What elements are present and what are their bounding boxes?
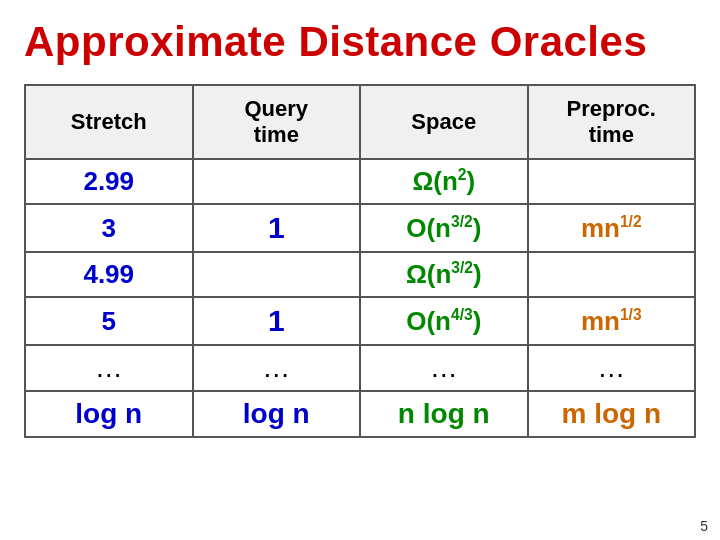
table-row: 4.99 Ω(n3/2) xyxy=(25,252,695,297)
header-row: Stretch Query time Space Preproc. time xyxy=(25,85,695,159)
cell-stretch-1: 2.99 xyxy=(25,159,193,204)
cell-preproc-1 xyxy=(528,159,696,204)
dots-stretch: … xyxy=(25,345,193,391)
dots-space: … xyxy=(360,345,528,391)
cell-preproc-3 xyxy=(528,252,696,297)
header-stretch: Stretch xyxy=(25,85,193,159)
cell-space-3: Ω(n3/2) xyxy=(360,252,528,297)
cell-stretch-4: 5 xyxy=(25,297,193,345)
cell-space-1: Ω(n2) xyxy=(360,159,528,204)
cell-stretch-2: 3 xyxy=(25,204,193,252)
cell-qtime-2: 1 xyxy=(193,204,361,252)
table-row: 5 1 O(n4/3) mn1/3 xyxy=(25,297,695,345)
cell-preproc-4: mn1/3 xyxy=(528,297,696,345)
header-space: Space xyxy=(360,85,528,159)
cell-qtime-1 xyxy=(193,159,361,204)
logn-row: log n log n n log n m log n xyxy=(25,391,695,437)
logn-stretch: log n xyxy=(25,391,193,437)
logn-space: n log n xyxy=(360,391,528,437)
cell-qtime-3 xyxy=(193,252,361,297)
header-preproc: Preproc. time xyxy=(528,85,696,159)
table-row: 3 1 O(n3/2) mn1/2 xyxy=(25,204,695,252)
cell-preproc-2: mn1/2 xyxy=(528,204,696,252)
logn-preproc: m log n xyxy=(528,391,696,437)
dots-qtime: … xyxy=(193,345,361,391)
cell-space-2: O(n3/2) xyxy=(360,204,528,252)
cell-space-4: O(n4/3) xyxy=(360,297,528,345)
main-table: Stretch Query time Space Preproc. time 2… xyxy=(24,84,696,438)
cell-qtime-4: 1 xyxy=(193,297,361,345)
header-querytime: Query time xyxy=(193,85,361,159)
dots-row: … … … … xyxy=(25,345,695,391)
page-number: 5 xyxy=(700,518,708,534)
page-title: Approximate Distance Oracles xyxy=(24,18,647,66)
table-row: 2.99 Ω(n2) xyxy=(25,159,695,204)
dots-preproc: … xyxy=(528,345,696,391)
table-wrapper: Stretch Query time Space Preproc. time 2… xyxy=(24,84,696,530)
logn-qtime: log n xyxy=(193,391,361,437)
cell-stretch-3: 4.99 xyxy=(25,252,193,297)
